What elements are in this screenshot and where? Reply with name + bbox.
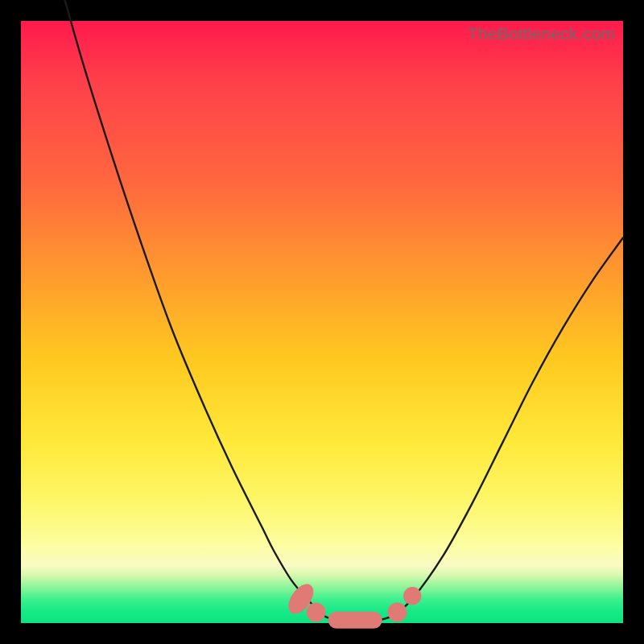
chart-frame: TheBottleneck.com: [0, 0, 644, 644]
valley-marker: [388, 603, 407, 622]
curve-markers: [283, 580, 421, 629]
plot-area: TheBottleneck.com: [21, 21, 623, 623]
valley-marker: [307, 603, 326, 622]
valley-marker: [403, 587, 421, 605]
curve-layer: [21, 21, 623, 623]
valley-marker: [328, 612, 382, 629]
bottleneck-curve: [21, 0, 623, 622]
